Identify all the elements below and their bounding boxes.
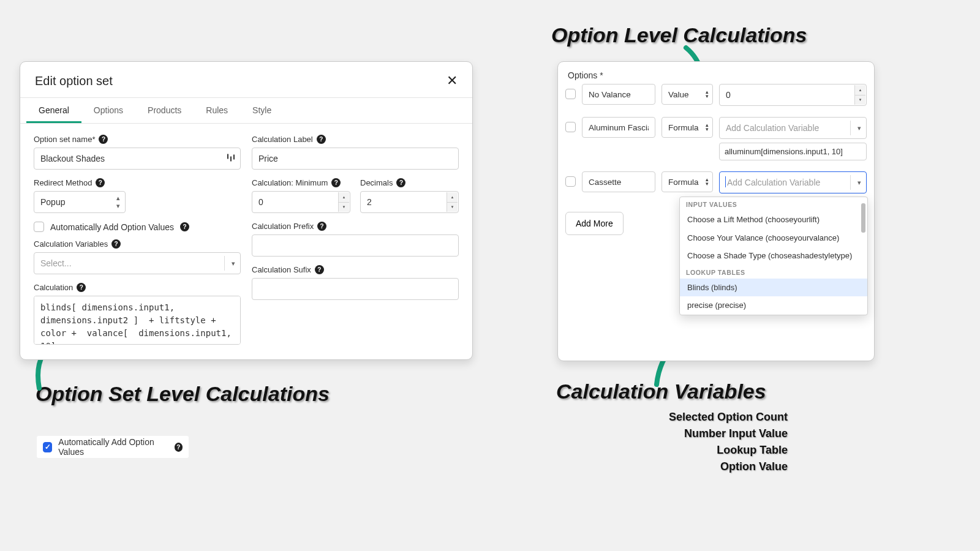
help-icon[interactable]: ?: [315, 265, 324, 274]
add-more-button[interactable]: Add More: [565, 212, 624, 235]
chevron-updown-icon: ▴▾: [706, 178, 709, 186]
calc-var-dropdown: INPUT VALUES Choose a Lift Method (choos…: [679, 197, 868, 315]
option-name-input[interactable]: [582, 84, 655, 105]
calc-var-select[interactable]: [719, 117, 867, 139]
help-icon[interactable]: ?: [96, 178, 105, 187]
dropdown-group-header: INPUT VALUES: [680, 197, 867, 211]
calc-suffix-input[interactable]: [252, 278, 459, 300]
col-left: Option set name* ? Redirect Method ?: [34, 135, 241, 347]
calc-label-input[interactable]: [252, 148, 459, 170]
option-row: ▴▾ ▲ ▼: [565, 84, 867, 106]
chevron-updown-icon: ▴▾: [706, 123, 709, 132]
help-icon[interactable]: ?: [180, 222, 189, 231]
spin-down[interactable]: ▼: [855, 96, 865, 105]
help-icon[interactable]: ?: [317, 222, 326, 231]
dropdown-item[interactable]: Blinds (blinds): [680, 279, 867, 297]
chevron-updown-icon: ▴▾: [706, 90, 709, 99]
dialog-header: Edit option set ✕: [20, 62, 472, 98]
spin-up[interactable]: ▲: [339, 192, 349, 203]
tab-general[interactable]: General: [26, 98, 81, 123]
label-redirect-method: Redirect Method ?: [34, 178, 241, 187]
tab-bar: General Options Products Rules Style: [20, 98, 472, 124]
chevron-down-icon: ▾: [858, 179, 861, 187]
help-icon[interactable]: ?: [396, 178, 405, 187]
tab-rules[interactable]: Rules: [194, 98, 240, 123]
edit-option-set-dialog: Edit option set ✕ General Options Produc…: [20, 61, 473, 360]
tab-style[interactable]: Style: [240, 98, 284, 123]
label-calc-suffix: Calculation Sufix ?: [252, 265, 459, 274]
formula-text[interactable]: alluminum[dimensions.input1, 10]: [719, 143, 867, 160]
option-checkbox[interactable]: [565, 89, 576, 99]
spin-up[interactable]: ▲: [447, 192, 458, 203]
help-icon[interactable]: ?: [99, 135, 108, 144]
auto-add-checkbox[interactable]: [34, 222, 44, 232]
label-decimals: Decimals ?: [360, 178, 459, 187]
chevron-updown-icon: ▴▾: [116, 194, 120, 210]
option-name-input[interactable]: [582, 117, 655, 138]
option-name-input[interactable]: [582, 171, 655, 192]
redirect-method-select[interactable]: [34, 191, 126, 213]
option-value-input[interactable]: [719, 84, 867, 106]
tab-options[interactable]: Options: [81, 98, 135, 123]
label-calculation: Calculation ?: [34, 283, 241, 292]
dropdown-group-header: LOOKUP TABLES: [680, 265, 867, 279]
dialog-body: Option set name* ? Redirect Method ?: [20, 124, 472, 361]
spin-up[interactable]: ▲: [855, 85, 865, 96]
calc-var-select[interactable]: [719, 171, 867, 193]
annotation-option-set-level: Option Set Level Calculations: [36, 382, 330, 406]
help-icon[interactable]: ?: [77, 283, 86, 292]
option-row: ▴▾ ▾: [565, 171, 867, 193]
help-icon[interactable]: ?: [331, 178, 341, 187]
label-calc-prefix: Calculation Prefix ?: [252, 222, 459, 231]
col-right: Calculation Label ? Calculation: Minimum…: [252, 135, 459, 347]
tab-products[interactable]: Products: [135, 98, 194, 123]
sliders-icon[interactable]: [227, 154, 235, 164]
standalone-auto-add: Automatically Add Option Values ?: [37, 436, 189, 458]
annotation-calc-vars-sub: Selected Option Count Number Input Value…: [635, 409, 788, 475]
option-set-name-input[interactable]: [34, 148, 241, 170]
help-icon[interactable]: ?: [111, 239, 121, 249]
option-row: ▴▾ ▾ alluminum[dimensions.input1, 10]: [565, 117, 867, 160]
dropdown-item[interactable]: Choose a Lift Method (chooseyourlift): [680, 211, 867, 229]
spin-down[interactable]: ▼: [447, 203, 458, 212]
svg-rect-4: [230, 157, 232, 162]
calc-min-input[interactable]: [252, 191, 350, 213]
help-icon[interactable]: ?: [175, 443, 183, 452]
option-checkbox[interactable]: [565, 122, 576, 132]
dropdown-item[interactable]: precise (precise): [680, 296, 867, 315]
label-auto-add: Automatically Add Option Values: [58, 437, 168, 457]
label-auto-add: Automatically Add Option Values: [50, 222, 174, 232]
calculation-textarea[interactable]: [34, 296, 241, 345]
spin-down[interactable]: ▼: [339, 203, 349, 212]
option-rows: ▴▾ ▲ ▼ ▴▾: [558, 83, 874, 193]
svg-rect-5: [233, 155, 235, 160]
label-calc-label: Calculation Label ?: [252, 135, 459, 144]
chevron-down-icon: ▾: [858, 124, 861, 132]
label-option-set-name: Option set name* ?: [34, 135, 241, 144]
svg-rect-3: [227, 154, 228, 159]
scrollbar-thumb[interactable]: [861, 203, 865, 233]
decimals-input[interactable]: [360, 191, 459, 213]
help-icon[interactable]: ?: [317, 135, 326, 144]
calc-prefix-input[interactable]: [252, 234, 459, 257]
dialog-title: Edit option set: [35, 74, 113, 88]
option-checkbox[interactable]: [565, 176, 576, 187]
options-panel: Options * ▴▾ ▲ ▼: [557, 61, 875, 361]
dropdown-item[interactable]: Choose Your Valance (chooseyourvalance): [680, 229, 867, 247]
label-calc-min: Calculation: Minimum ?: [252, 178, 350, 187]
chevron-down-icon: ▾: [232, 260, 235, 268]
close-icon[interactable]: ✕: [447, 73, 458, 89]
text-caret: [725, 176, 726, 187]
calc-vars-select[interactable]: [34, 252, 241, 274]
dropdown-item[interactable]: Choose a Shade Type (choseashadestyletyp…: [680, 247, 867, 265]
auto-add-checkbox-checked[interactable]: [43, 442, 52, 452]
label-calc-vars: Calculation Variables ?: [34, 239, 241, 249]
options-header: Options *: [558, 62, 874, 83]
